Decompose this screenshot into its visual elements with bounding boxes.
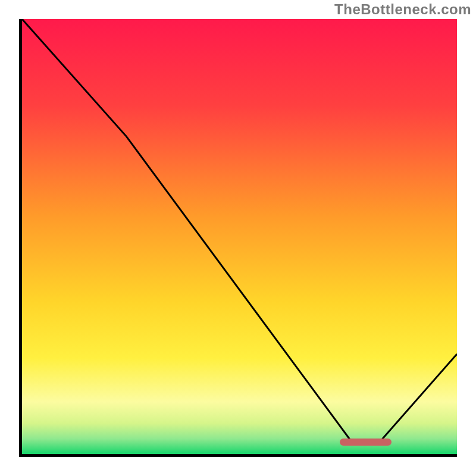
chart-svg <box>22 19 457 454</box>
optimal-range-marker <box>340 439 392 446</box>
gradient-background <box>22 19 457 454</box>
chart-area <box>19 19 457 457</box>
watermark-text: TheBottleneck.com <box>334 1 471 18</box>
